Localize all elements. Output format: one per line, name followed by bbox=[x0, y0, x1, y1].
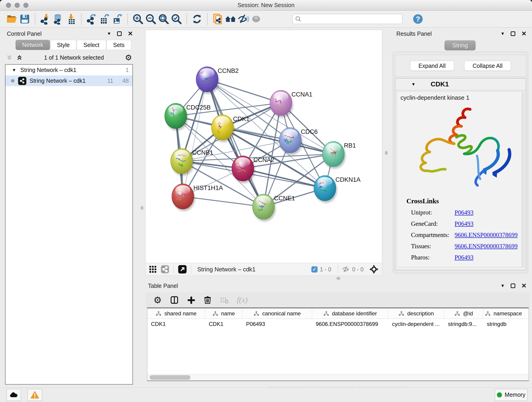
cell-database-identifier[interactable]: 9606.ENSP00000378699 bbox=[312, 319, 388, 329]
expand-all-icon[interactable] bbox=[16, 54, 23, 61]
protein-structure-image bbox=[401, 103, 523, 195]
column-header[interactable]: shared name bbox=[147, 308, 205, 319]
help-button[interactable]: ? bbox=[412, 13, 424, 26]
column-header[interactable]: database identifier bbox=[312, 308, 388, 319]
network-row[interactable]: String Network – cdk1 11 48 bbox=[6, 75, 133, 86]
table-horizontal-scrollbar[interactable] bbox=[147, 374, 529, 380]
show-columns-icon[interactable] bbox=[170, 296, 179, 304]
column-header[interactable]: namespace bbox=[483, 308, 524, 319]
table-panel-menu-icon[interactable]: ▼ bbox=[500, 283, 505, 288]
tab-sets[interactable]: Sets bbox=[107, 40, 131, 50]
grid-view-icon[interactable] bbox=[149, 265, 157, 274]
cell-canonical-name[interactable]: P06493 bbox=[242, 319, 312, 329]
crosslink-row: Uniprot: P06493 bbox=[397, 209, 524, 216]
collapse-all-button[interactable]: Collapse All bbox=[464, 61, 511, 71]
bottom-splitter-handle[interactable] bbox=[336, 277, 341, 280]
search-input[interactable] bbox=[302, 16, 393, 22]
network-collection-row[interactable]: ▼ String Network – cdk1 1 bbox=[6, 65, 133, 75]
tab-string[interactable]: String bbox=[444, 40, 476, 51]
network-node-rb1[interactable]: RB1 bbox=[322, 141, 356, 169]
network-node-hist1h1a[interactable]: HIST1H1A bbox=[172, 184, 223, 211]
table-panel-float-icon[interactable] bbox=[511, 283, 515, 288]
export-table-button[interactable] bbox=[98, 13, 111, 26]
node-label: CCNB1 bbox=[192, 149, 213, 156]
memory-button[interactable]: Memory bbox=[495, 389, 527, 401]
network-share-icon[interactable] bbox=[161, 265, 169, 274]
import-table-button[interactable] bbox=[65, 13, 77, 26]
crosslink-link[interactable]: 9606.ENSP00000378699 bbox=[455, 243, 518, 250]
show-all-button[interactable] bbox=[250, 13, 263, 26]
network-node-ccnb2[interactable]: CCNB2 bbox=[196, 67, 239, 94]
export-image-button[interactable] bbox=[111, 13, 124, 26]
network-node-cdk1[interactable]: CDK1 bbox=[211, 115, 249, 142]
protein-section-header[interactable]: ▼ CDK1 bbox=[395, 78, 526, 90]
column-header[interactable]: name bbox=[205, 308, 242, 319]
table-options-gear-icon[interactable]: ⚙ bbox=[153, 295, 162, 305]
search-box[interactable] bbox=[292, 14, 402, 24]
collapse-all-icon[interactable] bbox=[6, 54, 13, 61]
cell-namespace[interactable]: stringdb bbox=[483, 319, 524, 329]
warnings-button[interactable] bbox=[27, 389, 42, 401]
network-node-cdkn1a[interactable]: CDKN1A bbox=[314, 176, 361, 203]
tab-network[interactable]: Network bbox=[16, 40, 50, 50]
node-table: shared name name canonical name database… bbox=[147, 307, 529, 380]
zoom-in-button[interactable] bbox=[132, 13, 144, 26]
selected-checkbox-icon[interactable]: ✓ bbox=[311, 266, 317, 273]
crosslink-link[interactable]: P06493 bbox=[455, 209, 474, 216]
crosslink-link[interactable]: 9606.ENSP00000378699 bbox=[455, 231, 518, 239]
add-column-icon[interactable] bbox=[187, 296, 195, 304]
session-file-icon bbox=[212, 13, 223, 25]
left-splitter-handle[interactable] bbox=[141, 206, 143, 210]
column-header[interactable]: canonical name bbox=[242, 308, 312, 319]
protein-collapse-icon[interactable]: ▼ bbox=[411, 82, 416, 87]
first-neighbors-button[interactable] bbox=[224, 13, 237, 26]
results-scrollbar[interactable] bbox=[521, 92, 524, 267]
results-panel-close-icon[interactable]: ✕ bbox=[521, 32, 526, 36]
zoom-fit-button[interactable] bbox=[157, 13, 170, 26]
crosslink-link[interactable]: P06493 bbox=[455, 254, 474, 261]
network-graph[interactable]: CCNB2CCNA1CDC25BCDK1CDC6RB1CCNB1CCNA2CDK… bbox=[146, 30, 382, 263]
refresh-button[interactable] bbox=[191, 13, 203, 26]
delete-column-icon[interactable] bbox=[203, 296, 212, 304]
import-network-file-button[interactable] bbox=[39, 13, 52, 26]
expand-all-button[interactable]: Expand All bbox=[410, 61, 454, 71]
tab-select[interactable]: Select bbox=[77, 40, 106, 50]
node-label: RB1 bbox=[344, 142, 356, 149]
table-panel-close-icon[interactable]: ✕ bbox=[521, 283, 526, 288]
control-panel-float-icon[interactable] bbox=[117, 32, 122, 36]
save-session-button[interactable] bbox=[18, 13, 31, 26]
network-canvas[interactable]: CCNB2CCNA1CDC25BCDK1CDC6RB1CCNB1CCNA2CDK… bbox=[145, 30, 382, 263]
import-network-database-button[interactable] bbox=[52, 13, 65, 26]
open-in-window-icon[interactable] bbox=[178, 265, 187, 274]
selected-count: 1 - 0 bbox=[320, 266, 331, 273]
tab-style[interactable]: Style bbox=[51, 40, 76, 50]
cell-description[interactable]: cyclin-dependent ... bbox=[388, 319, 444, 329]
zoom-selected-button[interactable] bbox=[170, 13, 183, 26]
control-panel-menu-icon[interactable]: ▼ bbox=[107, 31, 111, 36]
collection-expand-icon[interactable]: ▼ bbox=[12, 68, 16, 73]
export-network-button[interactable] bbox=[85, 13, 98, 26]
hide-selected-button[interactable] bbox=[237, 13, 250, 26]
cloud-button[interactable] bbox=[6, 389, 21, 401]
results-panel-float-icon[interactable] bbox=[511, 32, 515, 36]
column-header[interactable]: description bbox=[388, 308, 444, 319]
network-edge[interactable] bbox=[243, 168, 325, 188]
crosslink-link[interactable]: P06493 bbox=[455, 220, 474, 227]
open-session-file-button[interactable] bbox=[211, 13, 224, 26]
results-panel-menu-icon[interactable]: ▼ bbox=[500, 31, 505, 36]
column-header[interactable]: @id bbox=[444, 308, 483, 319]
right-splitter-handle[interactable] bbox=[385, 151, 388, 155]
hidden-count: 0 - 0 bbox=[352, 266, 364, 273]
cell-shared-name[interactable]: CDK1 bbox=[147, 319, 205, 329]
scrollbar-thumb[interactable] bbox=[150, 375, 190, 380]
open-session-button[interactable] bbox=[6, 13, 18, 26]
cell-name[interactable]: CDK1 bbox=[205, 319, 242, 329]
zoom-out-button[interactable] bbox=[144, 13, 157, 26]
control-panel-close-icon[interactable]: ✕ bbox=[128, 32, 133, 36]
table-row[interactable]: CDK1 CDK1 P06493 9606.ENSP00000378699 cy… bbox=[147, 319, 529, 329]
cell-id[interactable]: stringdb:9... bbox=[444, 319, 483, 329]
birdseye-crosshair-icon[interactable] bbox=[369, 264, 379, 274]
network-options-gear-icon[interactable]: ⚙ bbox=[125, 54, 132, 61]
network-node-cdc25b[interactable]: CDC25B bbox=[165, 103, 211, 131]
network-node-ccne1[interactable]: CCNE1 bbox=[253, 194, 295, 221]
